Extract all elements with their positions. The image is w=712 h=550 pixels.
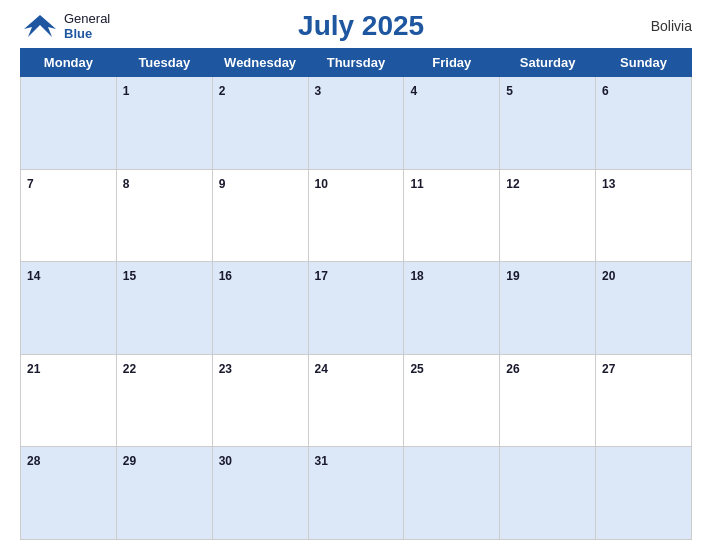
calendar-table: MondayTuesdayWednesdayThursdayFridaySatu… [20, 48, 692, 540]
day-number: 11 [410, 177, 423, 191]
calendar-cell: 24 [308, 354, 404, 447]
calendar-cell: 8 [116, 169, 212, 262]
weekday-header-monday: Monday [21, 49, 117, 77]
day-number: 8 [123, 177, 130, 191]
day-number: 16 [219, 269, 232, 283]
calendar-cell: 23 [212, 354, 308, 447]
calendar-week-row: 78910111213 [21, 169, 692, 262]
day-number: 30 [219, 454, 232, 468]
day-number: 22 [123, 362, 136, 376]
calendar-cell: 27 [596, 354, 692, 447]
day-number: 10 [315, 177, 328, 191]
calendar-cell: 14 [21, 262, 117, 355]
calendar-cell: 15 [116, 262, 212, 355]
calendar-cell: 25 [404, 354, 500, 447]
day-number: 13 [602, 177, 615, 191]
calendar-cell: 6 [596, 77, 692, 170]
calendar-cell [21, 77, 117, 170]
calendar-cell: 29 [116, 447, 212, 540]
day-number: 28 [27, 454, 40, 468]
day-number: 7 [27, 177, 34, 191]
calendar-week-row: 14151617181920 [21, 262, 692, 355]
logo: General Blue [20, 11, 110, 41]
weekday-header-row: MondayTuesdayWednesdayThursdayFridaySatu… [21, 49, 692, 77]
calendar-cell: 12 [500, 169, 596, 262]
calendar-cell: 2 [212, 77, 308, 170]
calendar-cell: 3 [308, 77, 404, 170]
calendar-cell: 9 [212, 169, 308, 262]
month-title: July 2025 [110, 10, 612, 42]
calendar-cell: 19 [500, 262, 596, 355]
weekday-header-friday: Friday [404, 49, 500, 77]
calendar-cell: 20 [596, 262, 692, 355]
day-number: 9 [219, 177, 226, 191]
calendar-cell: 31 [308, 447, 404, 540]
calendar-cell: 30 [212, 447, 308, 540]
day-number: 24 [315, 362, 328, 376]
calendar-week-row: 21222324252627 [21, 354, 692, 447]
page-header: General Blue July 2025 Bolivia [20, 10, 692, 42]
day-number: 6 [602, 84, 609, 98]
day-number: 21 [27, 362, 40, 376]
calendar-cell: 18 [404, 262, 500, 355]
calendar-cell: 11 [404, 169, 500, 262]
svg-marker-0 [24, 15, 56, 37]
calendar-cell: 22 [116, 354, 212, 447]
logo-text: General Blue [64, 11, 110, 41]
calendar-cell [596, 447, 692, 540]
day-number: 12 [506, 177, 519, 191]
calendar-cell [500, 447, 596, 540]
day-number: 31 [315, 454, 328, 468]
day-number: 17 [315, 269, 328, 283]
weekday-header-thursday: Thursday [308, 49, 404, 77]
logo-blue: Blue [64, 26, 92, 41]
calendar-cell: 21 [21, 354, 117, 447]
day-number: 15 [123, 269, 136, 283]
weekday-header-sunday: Sunday [596, 49, 692, 77]
day-number: 29 [123, 454, 136, 468]
day-number: 25 [410, 362, 423, 376]
calendar-cell: 4 [404, 77, 500, 170]
logo-general: General [64, 11, 110, 26]
day-number: 19 [506, 269, 519, 283]
calendar-cell: 1 [116, 77, 212, 170]
day-number: 23 [219, 362, 232, 376]
logo-bird-icon [20, 11, 60, 41]
day-number: 5 [506, 84, 513, 98]
calendar-cell: 5 [500, 77, 596, 170]
calendar-cell: 17 [308, 262, 404, 355]
calendar-cell: 16 [212, 262, 308, 355]
calendar-cell: 10 [308, 169, 404, 262]
calendar-week-row: 28293031 [21, 447, 692, 540]
day-number: 27 [602, 362, 615, 376]
weekday-header-wednesday: Wednesday [212, 49, 308, 77]
calendar-cell: 7 [21, 169, 117, 262]
day-number: 2 [219, 84, 226, 98]
country-label: Bolivia [612, 18, 692, 34]
calendar-week-row: 123456 [21, 77, 692, 170]
day-number: 3 [315, 84, 322, 98]
day-number: 4 [410, 84, 417, 98]
calendar-cell [404, 447, 500, 540]
calendar-cell: 28 [21, 447, 117, 540]
day-number: 26 [506, 362, 519, 376]
weekday-header-saturday: Saturday [500, 49, 596, 77]
day-number: 18 [410, 269, 423, 283]
day-number: 20 [602, 269, 615, 283]
weekday-header-tuesday: Tuesday [116, 49, 212, 77]
day-number: 14 [27, 269, 40, 283]
calendar-cell: 26 [500, 354, 596, 447]
day-number: 1 [123, 84, 130, 98]
calendar-cell: 13 [596, 169, 692, 262]
